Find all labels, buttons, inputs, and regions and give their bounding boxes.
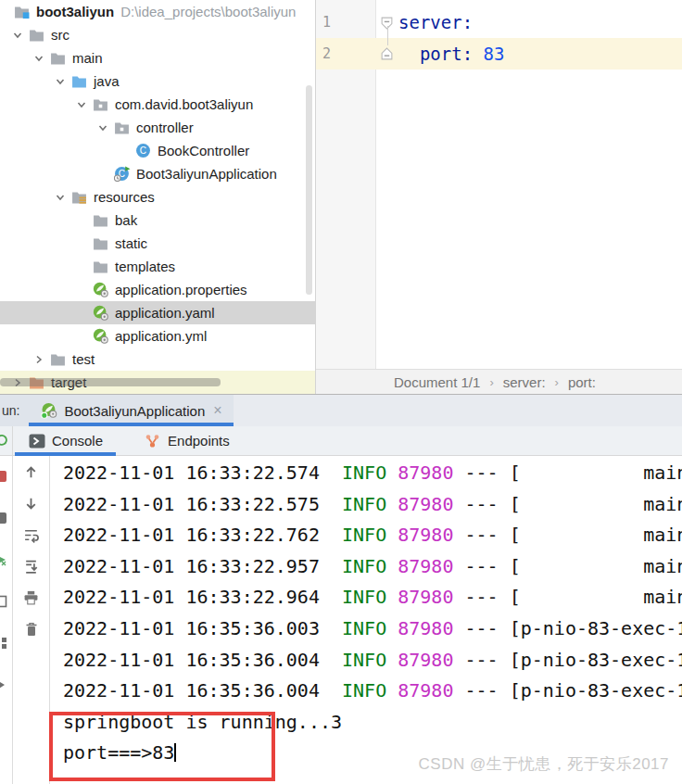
tree-item-label: main xyxy=(72,50,103,66)
tree-vertical-scrollbar[interactable] xyxy=(306,85,312,295)
yaml-value: 83 xyxy=(484,44,505,64)
tab-endpoints-label: Endpoints xyxy=(168,433,230,449)
stop-icon-partial[interactable] xyxy=(0,469,8,487)
project-tree-panel[interactable]: boot3aliyunD:\idea_projects\boot3aliyuns… xyxy=(0,0,316,394)
editor-line-1[interactable]: 1 server: xyxy=(316,6,682,38)
run-tab-label: Boot3aliyunApplication xyxy=(64,403,205,419)
folder-icon xyxy=(92,212,109,228)
tree-item-label: test xyxy=(72,351,95,367)
breadcrumb-server[interactable]: server: xyxy=(503,374,546,390)
tree-item-controller[interactable]: controller xyxy=(0,116,315,139)
run-tab-boot3aliyunapplication[interactable]: Boot3aliyunApplication × xyxy=(29,395,233,426)
editor-pane[interactable]: 1 server: 2 port: 83 xyxy=(316,0,682,369)
yaml-key: server: xyxy=(398,12,473,32)
chevron-down-icon[interactable] xyxy=(7,30,28,41)
breadcrumb-port[interactable]: port: xyxy=(568,374,596,390)
folder-icon xyxy=(49,351,67,367)
watermark-text: CSDN @生于忧患，死于安乐2017 xyxy=(419,753,669,775)
tree-item-label: java xyxy=(94,73,120,89)
clear-icon[interactable] xyxy=(23,621,40,638)
scroll-to-end-icon[interactable] xyxy=(23,558,40,575)
print-icon[interactable] xyxy=(23,589,40,606)
tree-item-label: src xyxy=(51,27,69,43)
dark-square-icon-partial[interactable] xyxy=(0,511,8,529)
tree-item-main[interactable]: main xyxy=(0,46,315,70)
chevron-down-icon[interactable] xyxy=(50,76,70,87)
tree-item-application-yml[interactable]: application.yml xyxy=(0,324,315,348)
chevron-right-icon[interactable] xyxy=(29,354,49,365)
tree-item-label: application.yml xyxy=(115,328,207,344)
console-line: 2022-11-01 16:33:22.575 INFO 87980 --- [… xyxy=(63,489,682,521)
tree-item-java[interactable]: java xyxy=(0,70,315,93)
tree-item-label: com.david.boot3aliyun xyxy=(115,96,253,112)
tree-item-resources[interactable]: resources xyxy=(0,185,315,209)
scroll-up-icon[interactable] xyxy=(23,463,40,480)
tree-item-test[interactable]: test xyxy=(0,348,315,371)
tree-horizontal-scrollbar[interactable] xyxy=(0,378,221,386)
tree-item-application-properties[interactable]: application.properties xyxy=(0,278,315,301)
run-green-icon-partial[interactable] xyxy=(0,552,8,571)
tree-item-label: BookController xyxy=(158,143,249,158)
fold-marker-icon[interactable] xyxy=(375,47,398,61)
class-icon: C xyxy=(134,143,152,158)
spring-config-icon xyxy=(92,305,109,321)
folder-sources-icon xyxy=(70,73,88,89)
tree-item-label: Boot3aliyunApplication xyxy=(136,166,277,182)
line-number: 2 xyxy=(316,45,375,62)
hollow-square-icon-partial[interactable] xyxy=(0,594,8,613)
rerun-icon-partial[interactable] xyxy=(0,426,13,455)
console-line: 2022-11-01 16:35:36.003 INFO 87980 --- [… xyxy=(63,613,682,645)
tree-item-boot3aliyun[interactable]: boot3aliyunD:\idea_projects\boot3aliyun xyxy=(0,0,315,23)
tree-item-label: templates xyxy=(115,259,175,274)
tree-item-application-yaml[interactable]: application.yaml xyxy=(0,301,315,324)
folder-icon xyxy=(28,27,45,43)
project-path: D:\idea_projects\boot3aliyun xyxy=(120,4,296,19)
tab-console[interactable]: Console xyxy=(15,426,116,455)
editor-line-2[interactable]: 2 port: 83 xyxy=(316,38,682,70)
chevron-down-icon[interactable] xyxy=(29,53,49,64)
close-icon[interactable]: × xyxy=(213,403,221,418)
tree-item-templates[interactable]: templates xyxy=(0,255,315,278)
breadcrumb: Document 1/1 › server: › port: xyxy=(316,369,682,394)
left-toolbar-stripe xyxy=(0,456,13,784)
console-toolbar xyxy=(13,456,50,784)
chevron-down-icon[interactable] xyxy=(50,192,70,203)
breadcrumb-separator-icon: › xyxy=(555,375,559,389)
console-line: 2022-11-01 16:33:22.574 INFO 87980 --- [… xyxy=(63,458,682,489)
tree-item-src[interactable]: src xyxy=(0,23,315,46)
grid-icon-partial[interactable] xyxy=(0,636,8,654)
tab-endpoints[interactable]: Endpoints xyxy=(131,426,243,455)
run-header-empty-area xyxy=(234,395,682,426)
run-toolwindow-header: un: Boot3aliyunApplication × xyxy=(0,394,682,426)
scroll-down-icon[interactable] xyxy=(23,495,40,512)
folder-icon xyxy=(92,259,109,274)
package-icon xyxy=(113,120,131,135)
tree-item-label: static xyxy=(115,235,147,251)
ide-window: boot3aliyunD:\idea_projects\boot3aliyuns… xyxy=(0,0,682,784)
tree-item-boot3aliyunapplication[interactable]: CBoot3aliyunApplication xyxy=(0,162,315,185)
fold-connector-line xyxy=(387,26,388,45)
breadcrumb-document[interactable]: Document 1/1 xyxy=(394,374,480,390)
arrow-right-icon-partial[interactable] xyxy=(0,677,8,696)
chevron-down-icon[interactable] xyxy=(71,99,92,110)
project-tree: boot3aliyunD:\idea_projects\boot3aliyuns… xyxy=(0,0,315,394)
spring-config-icon xyxy=(92,328,109,344)
tree-item-label: resources xyxy=(94,189,155,205)
tree-item-bookcontroller[interactable]: CBookController xyxy=(0,139,315,162)
svg-text:C: C xyxy=(140,145,146,156)
tree-item-label: application.yaml xyxy=(115,305,215,321)
chevron-down-icon[interactable] xyxy=(93,122,113,133)
folder-icon xyxy=(49,50,67,66)
tree-item-label: boot3aliyun xyxy=(36,4,114,19)
soft-wrap-icon[interactable] xyxy=(23,526,40,543)
tree-item-label: controller xyxy=(136,120,194,135)
console-line: 2022-11-01 16:33:22.762 INFO 87980 --- [… xyxy=(63,520,682,551)
tree-item-com-david-boot3aliyun[interactable]: com.david.boot3aliyun xyxy=(0,93,315,116)
console-line: 2022-11-01 16:35:36.004 INFO 87980 --- [… xyxy=(63,645,682,677)
tree-item-static[interactable]: static xyxy=(0,232,315,255)
tree-item-bak[interactable]: bak xyxy=(0,209,315,232)
class-run-icon: C xyxy=(113,166,131,182)
package-icon xyxy=(92,96,109,112)
console-line: 2022-11-01 16:33:22.957 INFO 87980 --- [… xyxy=(63,551,682,583)
tree-item-label: bak xyxy=(115,212,137,228)
